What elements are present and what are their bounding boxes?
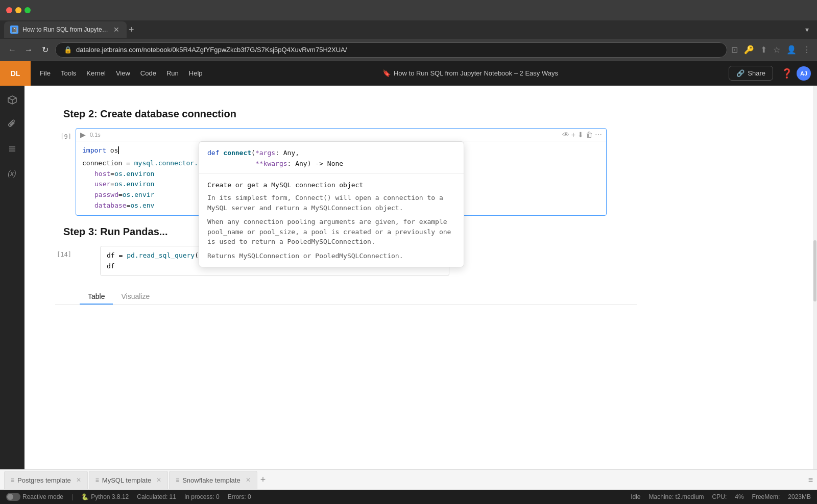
reload-button[interactable]: ↻ [39, 45, 51, 55]
notebook-tabs-menu[interactable]: ≡ [808, 475, 813, 485]
in-process-status: In process: 0 [184, 493, 220, 500]
title-bar [0, 0, 817, 20]
freemem-label: FreeMem: [752, 493, 780, 500]
python-icon: 🐍 [81, 493, 89, 500]
tab-visualize[interactable]: Visualize [113, 288, 158, 305]
tab-icon-postgres: ≡ [11, 476, 14, 484]
notebook-tab-snowflake[interactable]: ≡ Snowflake template ✕ [169, 471, 257, 489]
bookmarks-icon[interactable]: ⊡ [731, 45, 738, 55]
back-button[interactable]: ← [6, 45, 18, 55]
key-icon[interactable]: 🔑 [744, 45, 754, 55]
cell-time: 0.1s [90, 132, 101, 138]
cpu-label: CPU: [712, 493, 727, 500]
tab-close-postgres[interactable]: ✕ [76, 476, 81, 484]
star-icon[interactable]: ☆ [773, 45, 780, 55]
close-button[interactable] [6, 7, 12, 13]
reactive-toggle[interactable] [6, 493, 20, 501]
eye-icon[interactable]: 👁 [562, 131, 569, 139]
notebook-content[interactable]: Step 2: Create database connection [9] ▶… [25, 86, 813, 469]
forward-button[interactable]: → [22, 45, 35, 55]
menu-view[interactable]: View [111, 61, 135, 86]
address-icons: ⊡ 🔑 ⬆ ☆ 👤 ⋮ [731, 45, 811, 55]
app-logo[interactable]: DL [0, 61, 31, 86]
notebook-title: How to Run SQL from Jupyter Notebook – 2… [394, 69, 558, 77]
freemem-value: 2023MB [788, 493, 811, 500]
download-icon[interactable]: ⬇ [578, 131, 584, 139]
popup-desc-1: In its simplest form, Connect() will ope… [207, 193, 455, 213]
cell-9-toolbar: ▶ 0.1s 👁 + ⬇ 🗑 ⋯ [76, 129, 606, 141]
more-options-icon[interactable]: ⋯ [595, 131, 602, 139]
tab-icon-mysql: ≡ [95, 476, 99, 484]
url-text: datalore.jetbrains.com/notebook/0k5R4AZg… [76, 46, 347, 54]
sidebar-icon-variable[interactable]: (x) [4, 165, 20, 182]
reactive-mode-label: Reactive mode [22, 493, 63, 500]
notebook-tab-postgres[interactable]: ≡ Postgres template ✕ [4, 471, 88, 489]
tab-close-snowflake[interactable]: ✕ [246, 476, 251, 484]
tab-icon-snowflake: ≡ [176, 476, 179, 484]
right-scrollbar[interactable] [813, 86, 817, 469]
help-button[interactable]: ❓ [781, 68, 792, 79]
browser-tab[interactable]: 📓 How to Run SQL from Jupyter ... ✕ [4, 21, 127, 38]
popup-desc-title: Create or get a MySQL connection object [207, 180, 455, 190]
menu-code[interactable]: Code [135, 61, 161, 86]
more-icon[interactable]: ⋮ [803, 45, 811, 55]
errors-status: Errors: 0 [228, 493, 251, 500]
cpu-value: 4% [735, 493, 743, 500]
add-cell-icon[interactable]: + [571, 131, 575, 139]
notebook-inner: Step 2: Create database connection [9] ▶… [25, 86, 637, 315]
maximize-button[interactable] [25, 7, 31, 13]
menu-kernel[interactable]: Kernel [81, 61, 111, 86]
cell-actions: 👁 + ⬇ 🗑 ⋯ [562, 131, 602, 139]
menu-tools[interactable]: Tools [56, 61, 81, 86]
main-layout: (x) Step 2: Create database connection [… [0, 86, 817, 469]
output-tabs: Table Visualize [55, 288, 637, 305]
left-sidebar: (x) [0, 86, 25, 469]
url-bar[interactable]: 🔒 datalore.jetbrains.com/notebook/0k5R4A… [55, 42, 727, 58]
autocomplete-popup: def connect(*args: Any, **kwargs: Any) -… [199, 141, 464, 267]
tab-close-icon[interactable]: ✕ [112, 24, 121, 35]
share-link-icon: 🔗 [736, 69, 744, 77]
user-profile-icon[interactable]: 👤 [786, 45, 797, 55]
delete-cell-icon[interactable]: 🗑 [586, 131, 593, 139]
app-menu: File Tools Kernel View Code Run Help [31, 61, 212, 86]
tab-dropdown-icon[interactable]: ▾ [805, 26, 809, 34]
popup-desc-3: Returns MySQLConnection or PooledMySQLCo… [207, 251, 455, 261]
add-notebook-tab-button[interactable]: + [260, 474, 266, 485]
menu-help[interactable]: Help [184, 61, 208, 86]
menu-run[interactable]: Run [161, 61, 184, 86]
header-right: 🔗 Share ❓ AJ [729, 66, 811, 81]
reactive-mode-toggle[interactable]: Reactive mode [6, 493, 63, 501]
sidebar-icon-paperclip[interactable] [4, 116, 20, 133]
scrollbar-thumb[interactable] [813, 240, 816, 301]
toggle-thumb [7, 494, 13, 500]
popup-header: def connect(*args: Any, **kwargs: Any) -… [199, 142, 464, 174]
cell-9-code[interactable]: import os connection = mysql.connector.c… [76, 141, 606, 215]
python-label: Python 3.8.12 [91, 493, 129, 500]
app-title: 🔖 How to Run SQL from Jupyter Notebook –… [212, 69, 729, 77]
calculated-status: Calculated: 11 [137, 493, 176, 500]
app-header: DL File Tools Kernel View Code Run Help … [0, 61, 817, 86]
run-button[interactable]: ▶ [80, 131, 86, 139]
share-icon[interactable]: ⬆ [760, 45, 767, 55]
cell-9[interactable]: ▶ 0.1s 👁 + ⬇ 🗑 ⋯ import os connection = … [76, 128, 607, 216]
sidebar-icon-list[interactable] [4, 141, 20, 157]
sidebar-icon-cube[interactable] [4, 92, 20, 108]
machine-status: Machine: t2.medium [649, 493, 704, 500]
cell-14-number: [14] [55, 246, 76, 258]
share-button[interactable]: 🔗 Share [729, 66, 773, 81]
tab-close-mysql[interactable]: ✕ [156, 476, 161, 484]
status-right: Idle Machine: t2.medium CPU: 4% FreeMem:… [631, 493, 811, 500]
menu-file[interactable]: File [35, 61, 56, 86]
user-avatar[interactable]: AJ [797, 66, 811, 81]
bookmark-icon: 🔖 [382, 69, 391, 77]
notebook-tabs-bar: ≡ Postgres template ✕ ≡ MySQL template ✕… [0, 469, 817, 490]
cell-9-number: [9] [55, 128, 76, 140]
new-tab-button[interactable]: + [129, 24, 134, 35]
status-bar: Reactive mode | 🐍 Python 3.8.12 Calculat… [0, 490, 817, 504]
function-signature: def connect(*args: Any, **kwargs: Any) -… [207, 148, 455, 169]
tab-title: How to Run SQL from Jupyter ... [22, 26, 108, 33]
notebook-tab-mysql[interactable]: ≡ MySQL template ✕ [89, 471, 168, 489]
minimize-button[interactable] [15, 7, 21, 13]
tab-table[interactable]: Table [80, 288, 113, 305]
popup-desc-2: When any connection pooling arguments ar… [207, 217, 455, 247]
